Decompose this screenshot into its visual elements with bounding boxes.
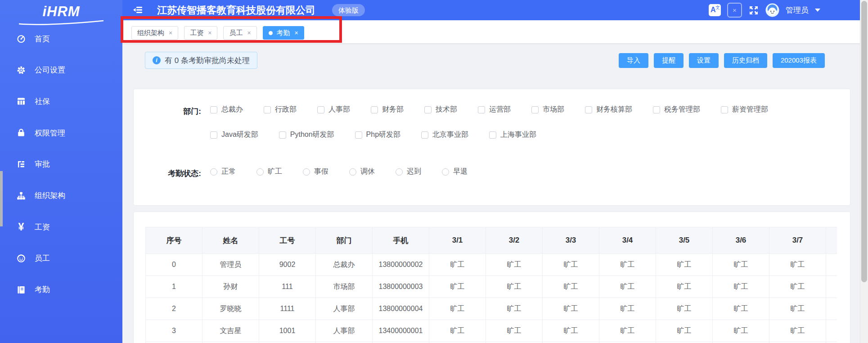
table-cell: 人事部 (316, 320, 373, 342)
page-scrollbar-thumb[interactable] (861, 1, 867, 282)
broken-image-icon[interactable]: × (727, 3, 742, 18)
close-icon[interactable]: × (247, 29, 251, 36)
tab-salary[interactable]: 工资× (184, 26, 217, 40)
sidebar-item-attendance[interactable]: 考勤 (0, 281, 122, 299)
history-archive-button[interactable]: 历史归档 (724, 53, 767, 68)
table-cell: 13800000002 (373, 254, 429, 276)
top-header: 江苏传智播客教育科技股份有限公司 体验版 A文 × 管理员 (122, 0, 868, 20)
department-checkbox-0[interactable]: 总裁办 (210, 105, 243, 114)
option-label: 运营部 (489, 105, 511, 114)
table-cell: 1 (146, 276, 202, 298)
sidebar-item-org-structure[interactable]: 组织架构 (0, 187, 122, 205)
chevron-down-icon[interactable] (815, 9, 820, 12)
sidebar-item-label: 组织架构 (35, 190, 65, 201)
department-checkbox-r2-4[interactable]: 上海事业部 (489, 130, 536, 140)
department-checkbox-2[interactable]: 人事部 (317, 105, 350, 114)
sidebar-item-permissions[interactable]: 权限管理 (0, 124, 122, 142)
close-icon[interactable]: × (295, 29, 298, 36)
department-checkbox-5[interactable]: 运营部 (478, 105, 511, 114)
book-icon (16, 284, 27, 295)
option-label: 市场部 (543, 105, 564, 114)
table-cell: 9002 (259, 254, 316, 276)
sidebar-item-employees[interactable]: 员工 (0, 249, 122, 267)
option-label: 北京事业部 (432, 130, 468, 140)
table-cell: 旷工 (543, 320, 599, 342)
close-icon[interactable]: × (208, 29, 211, 36)
tab-attendance[interactable]: 考勤× (263, 26, 304, 40)
sidebar-item-label: 公司设置 (35, 65, 65, 75)
table-cell: 2 (146, 298, 202, 320)
table-row[interactable]: 1孙财111市场部13800000003旷工旷工旷工旷工旷工旷工旷工 (146, 276, 837, 298)
user-avatar[interactable] (765, 3, 779, 17)
department-checkbox-8[interactable]: 税务管理部 (653, 105, 700, 114)
option-label: 财务核算部 (596, 105, 632, 114)
table-cell: 3 (146, 320, 202, 342)
column-header: 工号 (259, 227, 316, 254)
tab-org-structure[interactable]: 组织架构× (131, 26, 178, 40)
sidebar-item-social-security[interactable]: 社保 (0, 92, 122, 110)
table-cell: 旷工 (656, 298, 713, 320)
sidebar-scrollbar-thumb[interactable] (0, 171, 3, 226)
status-radio-3[interactable]: 调休 (349, 167, 375, 176)
table-cell: 旷工 (769, 254, 826, 276)
column-header: 姓名 (202, 227, 259, 254)
department-checkbox-7[interactable]: 财务核算部 (585, 105, 632, 114)
collapse-menu-icon[interactable] (132, 4, 144, 18)
sidebar-item-approvals[interactable]: 审批 (0, 155, 122, 173)
app-logo[interactable]: iHRM (0, 2, 122, 25)
translate-icon[interactable]: A文 (709, 4, 721, 16)
department-checkbox-r2-3[interactable]: 北京事业部 (421, 130, 468, 140)
page-scrollbar-track[interactable] (860, 0, 868, 343)
lock-icon (16, 127, 27, 138)
user-name[interactable]: 管理员 (786, 5, 809, 15)
checkbox-icon (585, 106, 592, 113)
close-icon[interactable]: × (169, 29, 172, 36)
checkbox-icon (721, 106, 728, 113)
table-cell: 旷工 (429, 298, 486, 320)
sidebar-item-company-settings[interactable]: 公司设置 (0, 61, 122, 79)
radio-icon (303, 168, 310, 176)
status-radio-0[interactable]: 正常 (210, 167, 236, 176)
sidebar-item-salary[interactable]: ¥工资 (0, 218, 122, 236)
option-label: 薪资管理部 (732, 105, 768, 114)
sidebar-item-label: 审批 (35, 159, 50, 169)
department-checkbox-r2-2[interactable]: Php研发部 (355, 130, 400, 140)
filter-card: 部门: 总裁办行政部人事部财务部技术部运营部市场部财务核算部税务管理部薪资管理部… (133, 89, 850, 206)
department-checkbox-6[interactable]: 市场部 (531, 105, 564, 114)
column-header: 3/6 (713, 227, 769, 254)
alert-text: 有 0 条考勤审批尚未处理 (165, 55, 250, 66)
header-row: 序号姓名工号部门手机3/13/23/33/43/53/63/7 (146, 227, 837, 254)
option-label: 调休 (360, 167, 375, 176)
status-radio-4[interactable]: 迟到 (396, 167, 421, 176)
option-label: 正常 (221, 167, 236, 176)
pending-approvals-alert: i 有 0 条考勤审批尚未处理 (145, 52, 257, 69)
remind-button[interactable]: 提醒 (654, 53, 684, 68)
table-head: 序号姓名工号部门手机3/13/23/33/43/53/63/7 (146, 227, 837, 254)
option-label: Python研发部 (290, 130, 334, 140)
status-radio-2[interactable]: 事假 (303, 167, 328, 176)
department-checkbox-4[interactable]: 技术部 (424, 105, 457, 114)
department-checkbox-1[interactable]: 行政部 (264, 105, 297, 114)
status-filter-label: 考勤状态: (152, 168, 201, 179)
department-checkbox-3[interactable]: 财务部 (371, 105, 404, 114)
status-radio-1[interactable]: 旷工 (256, 167, 282, 176)
checkbox-icon (489, 131, 496, 139)
table-row[interactable]: 2罗晓晓1111人事部13800000004旷工旷工旷工旷工旷工旷工旷工 (146, 298, 837, 320)
department-filter-label: 部门: (152, 106, 201, 117)
settings-button[interactable]: 设置 (689, 53, 719, 68)
import-button[interactable]: 导入 (619, 53, 648, 68)
option-label: 行政部 (275, 105, 297, 114)
sidebar-item-label: 工资 (35, 222, 50, 232)
toolbar: 导入提醒设置历史归档202003报表 (619, 53, 825, 68)
table-row[interactable]: 0管理员9002总裁办13800000002旷工旷工旷工旷工旷工旷工旷工 (146, 254, 837, 276)
fullscreen-icon[interactable] (748, 5, 759, 16)
department-checkbox-9[interactable]: 薪资管理部 (721, 105, 768, 114)
sidebar-item-home[interactable]: 首页 (0, 30, 122, 48)
department-checkbox-r2-1[interactable]: Python研发部 (279, 130, 334, 140)
tab-employees[interactable]: 员工× (223, 26, 256, 40)
active-tab-dot (269, 31, 273, 35)
status-radio-5[interactable]: 早退 (442, 167, 468, 176)
report-202003-button[interactable]: 202003报表 (773, 53, 825, 68)
department-checkbox-r2-0[interactable]: Java研发部 (210, 130, 258, 140)
table-row[interactable]: 3文吉星1001人事部13400000001旷工旷工旷工旷工旷工旷工旷工 (146, 320, 837, 342)
